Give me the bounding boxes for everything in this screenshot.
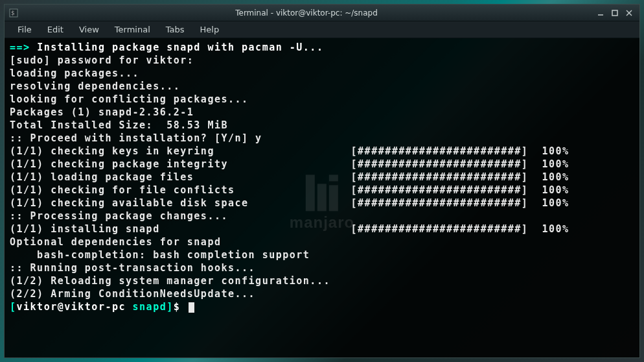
output-line: bash-completion: bash completion support	[10, 248, 634, 261]
titlebar[interactable]: $ Terminal - viktor@viktor-pc: ~/snapd	[5, 5, 639, 21]
prompt-bracket: [	[10, 301, 17, 313]
progress-line: (1/1) checking package integrity [######…	[10, 158, 634, 171]
output-line: [sudo] password for viktor:	[10, 54, 634, 67]
prompt-cwd: snapd	[126, 301, 167, 313]
progress-line: (1/1) checking keys in keyring [########…	[10, 145, 634, 158]
close-button[interactable]	[623, 7, 636, 19]
install-heading: Installing package snapd with pacman -U.…	[37, 42, 323, 53]
maximize-button[interactable]	[608, 7, 621, 19]
terminal-window: $ Terminal - viktor@viktor-pc: ~/snapd F…	[4, 4, 640, 358]
output-line: :: Running post-transaction hooks...	[10, 261, 634, 274]
menu-file[interactable]: File	[10, 22, 40, 37]
output-line: (2/2) Arming ConditionNeedsUpdate...	[10, 287, 634, 300]
heading-arrow: ==>	[10, 42, 37, 53]
prompt-user: viktor@viktor-pc	[17, 301, 126, 313]
menu-edit[interactable]: Edit	[40, 22, 71, 37]
output-line: (1/2) Reloading system manager configura…	[10, 274, 634, 287]
output-line: looking for conflicting packages...	[10, 93, 634, 106]
progress-line: (1/1) loading package files [###########…	[10, 171, 634, 184]
prompt-dollar: $	[174, 301, 187, 313]
menu-tabs[interactable]: Tabs	[158, 22, 192, 37]
window-title: Terminal - viktor@viktor-pc: ~/snapd	[19, 8, 594, 18]
output-line: Total Installed Size: 58.53 MiB	[10, 119, 634, 132]
svg-text:$: $	[11, 10, 14, 16]
menubar: File Edit View Terminal Tabs Help	[5, 21, 639, 38]
output-line: resolving dependencies...	[10, 80, 634, 93]
menu-view[interactable]: View	[71, 22, 107, 37]
app-icon: $	[8, 8, 19, 18]
terminal-output[interactable]: manjaro ==> Installing package snapd wit…	[5, 38, 639, 357]
output-line: Packages (1) snapd-2.36.2-1	[10, 106, 634, 119]
progress-line: (1/1) installing snapd [################…	[10, 223, 634, 235]
output-line: loading packages...	[10, 67, 634, 80]
output-line: :: Proceed with installation? [Y/n] y	[10, 132, 634, 145]
prompt-line: [viktor@viktor-pc snapd]$	[10, 300, 634, 313]
menu-terminal[interactable]: Terminal	[107, 22, 158, 37]
minimize-button[interactable]	[594, 7, 607, 19]
svg-rect-3	[612, 10, 617, 16]
output-line: :: Processing package changes...	[10, 210, 634, 223]
cursor-icon	[189, 302, 194, 313]
progress-line: (1/1) checking for file conflicts [#####…	[10, 184, 634, 197]
menu-help[interactable]: Help	[192, 22, 227, 37]
progress-line: (1/1) checking available disk space [###…	[10, 197, 634, 210]
prompt-bracket: ]	[167, 301, 174, 313]
output-line: Optional dependencies for snapd	[10, 235, 634, 248]
